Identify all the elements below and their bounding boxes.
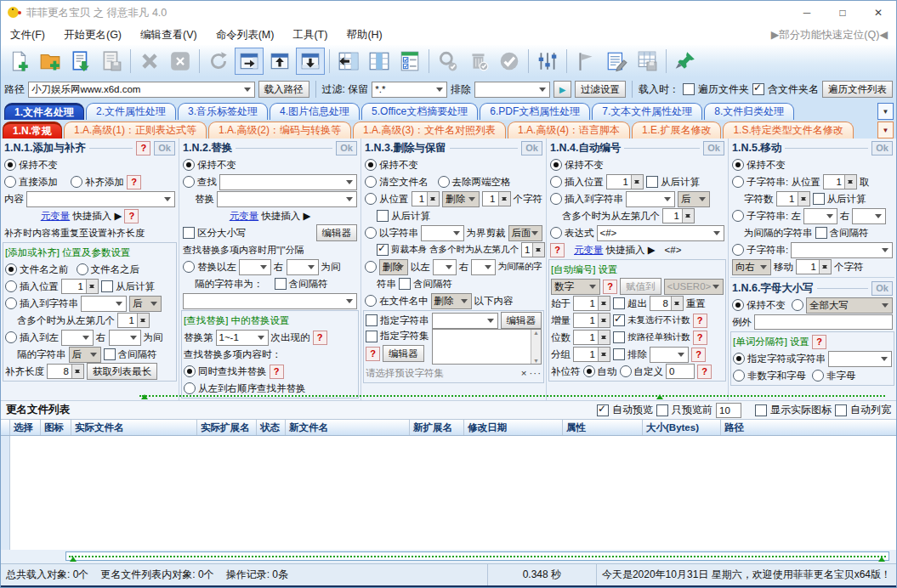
include-separator-checkbox[interactable] (815, 227, 827, 239)
subtab-encoding[interactable]: 1.A.高级(2)：编码与转换等 (208, 122, 351, 139)
change-case-radio[interactable] (792, 299, 803, 311)
spin-buttons[interactable] (71, 365, 83, 378)
move-count-spinner[interactable]: 1 (796, 259, 832, 274)
boundary-string-combo[interactable] (421, 225, 464, 241)
custom-pad-input[interactable]: 0 (666, 364, 695, 379)
menu-command-list[interactable]: 命令列表(M) (207, 28, 284, 42)
column-status[interactable]: 状态 (257, 420, 286, 435)
nth-occurrence-spinner[interactable]: 1 (117, 313, 150, 328)
from-end-checkbox[interactable] (101, 280, 113, 292)
path-combo[interactable]: 小刀娱乐网www.x6d.com (28, 82, 255, 98)
spin-buttons[interactable] (598, 314, 610, 327)
preview-first-checkbox[interactable] (656, 404, 668, 416)
insert-position-radio[interactable] (5, 280, 17, 292)
direct-add-radio[interactable] (4, 176, 16, 188)
pad-auto-radio[interactable] (583, 365, 595, 377)
expression-radio[interactable] (550, 227, 562, 239)
find-combo[interactable] (219, 174, 357, 190)
start-spinner[interactable]: 1 (573, 296, 610, 311)
column-modified-date[interactable]: 修改日期 (464, 420, 563, 435)
menu-help[interactable]: 帮助(H) (337, 28, 391, 42)
left-string-combo[interactable] (61, 330, 94, 346)
spin-buttons[interactable] (798, 192, 809, 206)
specified-string-combo[interactable] (432, 313, 498, 329)
pad-length-spinner[interactable]: 8 (47, 364, 84, 379)
tab-text-file[interactable]: 7.文本文件属性处理 (592, 103, 702, 120)
remove-all-button[interactable] (166, 48, 195, 75)
spin-buttons[interactable] (427, 192, 439, 206)
ok-button[interactable]: Ok (154, 141, 175, 155)
clear-name-radio[interactable] (365, 176, 377, 188)
delete-checked-button[interactable] (464, 48, 493, 75)
position-spinner[interactable]: 1 (412, 191, 440, 206)
spin-buttons[interactable] (86, 280, 98, 293)
column-path[interactable]: 路径 (721, 420, 896, 435)
assign-to-button[interactable]: 赋值到 (620, 278, 661, 295)
column-size[interactable]: 大小(Bytes) (643, 420, 721, 435)
delete-between-radio[interactable] (365, 261, 377, 273)
auto-preview-checkbox[interactable] (597, 404, 609, 416)
spin-buttons[interactable] (819, 260, 831, 274)
insert-between-radio[interactable] (5, 331, 17, 343)
check-list-button[interactable] (395, 48, 424, 75)
nth-occurrence-spinner[interactable]: 1 (662, 208, 695, 223)
by-string-radio[interactable] (365, 227, 377, 239)
edit-log-button[interactable] (602, 48, 631, 75)
charset-textarea[interactable]: ▲▼ (432, 329, 542, 365)
over-reset-checkbox[interactable] (613, 297, 625, 309)
specify-charset-checkbox[interactable] (366, 331, 378, 342)
subtab-special-types[interactable]: 1.S.特定类型文件名修改 (723, 122, 853, 139)
expression-combo[interactable]: <#> (597, 225, 725, 241)
keep-unchanged-radio[interactable] (4, 159, 16, 171)
help-button[interactable]: ? (136, 141, 150, 155)
tab-file-attrs[interactable]: 2.文件属性处理 (86, 103, 176, 120)
spin-buttons[interactable] (844, 175, 856, 189)
flag-button[interactable] (571, 48, 600, 75)
clear-charset-button[interactable]: × (521, 368, 527, 378)
exclude-combo[interactable] (650, 347, 689, 363)
apply-filter-play-button[interactable]: ▶ (554, 81, 571, 98)
maximize-button[interactable]: □ (825, 1, 860, 25)
from-end-checkbox[interactable] (646, 176, 658, 188)
include-separator-checkbox[interactable] (275, 278, 287, 290)
import-list-button[interactable] (66, 48, 95, 75)
delete-mode-combo[interactable]: 删除 (431, 293, 472, 309)
insert-to-string-radio[interactable] (5, 297, 17, 309)
skip-unchecked-checkbox[interactable] (613, 314, 625, 326)
help-button[interactable]: ? (691, 348, 706, 362)
ok-button[interactable]: Ok (871, 141, 893, 155)
keep-unchanged-radio[interactable] (365, 159, 377, 171)
preview-count-input[interactable]: 10 (716, 403, 741, 418)
tab-music-tags[interactable]: 3.音乐标签处理 (178, 103, 268, 120)
dock-bottom-button[interactable] (296, 48, 325, 75)
more-button[interactable]: ··· (530, 368, 542, 378)
between-replace-combo[interactable] (183, 293, 357, 309)
menu-tools[interactable]: 工具(T) (283, 28, 337, 42)
column-attributes[interactable]: 属性 (563, 420, 643, 435)
tab-office[interactable]: 5.Office文档摘要处理 (361, 103, 478, 120)
spin-buttons[interactable] (631, 175, 643, 189)
apply-check-button[interactable] (495, 48, 524, 75)
find-radio[interactable] (183, 176, 195, 188)
ok-button[interactable]: Ok (521, 141, 542, 155)
content-combo[interactable] (26, 191, 175, 207)
move-column-left-button[interactable] (334, 48, 363, 75)
column-new-name[interactable]: 新文件名 (286, 420, 410, 435)
save-list-button[interactable] (97, 48, 126, 75)
column-original-name[interactable]: 实际文件名 (71, 420, 197, 435)
side-combo[interactable]: 后面 (508, 225, 542, 241)
dock-top-button[interactable] (265, 48, 294, 75)
insert-string-combo[interactable] (81, 296, 127, 312)
spin-buttons[interactable] (532, 243, 544, 257)
specify-separator-radio[interactable] (733, 353, 745, 365)
right-string-combo[interactable] (109, 330, 141, 346)
left-string-combo[interactable] (239, 259, 271, 275)
substring-between-radio[interactable] (732, 210, 744, 222)
case-mode-combo[interactable]: 全部大写 (806, 297, 893, 314)
get-longest-button[interactable]: 获取列表最长 (87, 363, 157, 380)
subtab-regex[interactable]: 1.A.高级(1)：正则表达式等 (64, 122, 207, 139)
column-original-ext[interactable]: 实际扩展名 (197, 420, 257, 435)
filter-settings-button[interactable]: 过滤设置 (575, 81, 626, 98)
traverse-file-list-button[interactable]: 遍历文件列表 (822, 81, 893, 98)
occurrence-range-combo[interactable]: 1~-1 (216, 330, 269, 346)
